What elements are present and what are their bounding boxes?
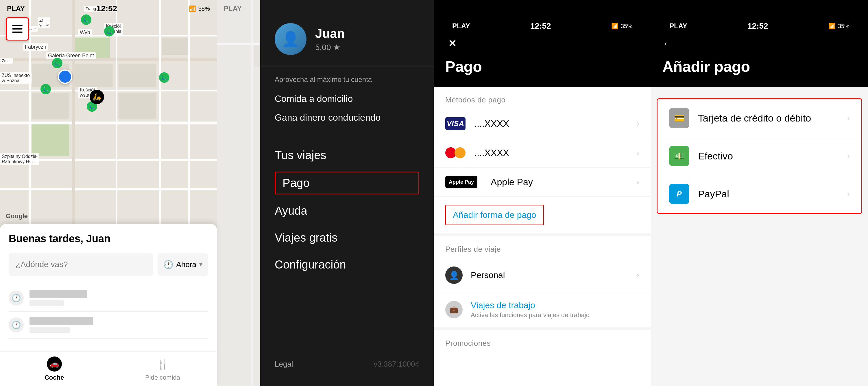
payment-header-top: ✕	[445, 35, 639, 52]
payment-method-applepay[interactable]: Apple Pay Apple Pay ›	[434, 168, 651, 197]
map-background: Wyb Fabryczn Galeria Green Point ZUS Ins…	[0, 0, 217, 226]
time-label: Ahora	[176, 260, 196, 269]
greeting-text: Buenas tardes, Juan	[9, 233, 208, 245]
location-pin	[58, 69, 72, 84]
menu-button[interactable]	[6, 17, 29, 40]
signal-payment-icon: 📶	[611, 23, 618, 30]
recent-item-1[interactable]: 🕐	[9, 285, 208, 311]
user-avatar: 👤	[275, 23, 307, 55]
close-button[interactable]: ✕	[445, 36, 460, 51]
tab-food-label: Pide comida	[145, 374, 180, 381]
work-label: Viajes de trabajo	[471, 300, 639, 310]
visa-masked-number: ....XXXX	[474, 118, 637, 129]
add-option-card[interactable]: 💳 Tarjeta de crédito o débito ›	[657, 99, 861, 137]
menu-promo-section: Aprovecha al máximo tu cuenta Comida a d…	[260, 67, 434, 136]
profile-work-text: Viajes de trabajo Activa las funciones p…	[471, 300, 639, 319]
menu-item-trips[interactable]: Tus viajes	[275, 142, 419, 169]
search-destination[interactable]: ¿Adónde vas?	[9, 253, 153, 276]
menu-item-help[interactable]: Ayuda	[275, 197, 419, 224]
time-payment: 12:52	[530, 22, 551, 31]
payment-title: Pago	[445, 58, 639, 75]
add-option-cash[interactable]: 💵 Efectivo ›	[657, 137, 861, 175]
history-icon-1: 🕐	[9, 291, 24, 305]
time-display: 12:52	[97, 4, 117, 13]
cash-icon: 💵	[669, 146, 689, 166]
profile-rating: 5.00 ★	[315, 42, 345, 52]
menu-item-settings[interactable]: Configuración	[275, 251, 419, 278]
card-label: Tarjeta de crédito o débito	[698, 113, 847, 124]
legal-link[interactable]: Legal	[275, 360, 293, 369]
work-sub: Activa las funciones para viajes de trab…	[471, 311, 639, 319]
mastercard-masked-number: ....XXXX	[474, 148, 637, 158]
divider-2	[434, 327, 651, 330]
google-label: Google	[6, 212, 28, 220]
scooter-marker: 🛴	[40, 84, 51, 94]
scooter-marker: 🛴	[159, 72, 169, 83]
work-avatar: 💼	[445, 301, 463, 318]
time-add: 12:52	[747, 22, 768, 31]
status-icons-payment: 📶 35%	[611, 23, 632, 30]
status-icons: 📶 35%	[189, 5, 210, 12]
section-promos-header: Promociones	[434, 330, 651, 352]
signal-add-icon: 📶	[828, 23, 836, 30]
paypal-label: PayPal	[698, 188, 847, 200]
promo-item-drive[interactable]: Gana dinero conduciendo	[275, 108, 419, 127]
chevron-right-personal: ›	[637, 271, 639, 280]
tab-coche-label: Coche	[44, 374, 64, 381]
status-bar-add: PLAY 12:52 📶 35%	[662, 17, 857, 35]
search-row: ¿Adónde vas? 🕐 Ahora ▾	[9, 253, 208, 276]
section-divider	[434, 233, 651, 236]
battery-label: 35%	[198, 5, 210, 12]
add-option-paypal[interactable]: P PayPal ›	[657, 175, 861, 213]
chevron-paypal-icon: ›	[847, 189, 850, 199]
add-payment-content: 💳 Tarjeta de crédito o débito › 💵 Efecti…	[651, 87, 868, 386]
profile-personal[interactable]: 👤 Personal ›	[434, 258, 651, 292]
menu-item-free-trips[interactable]: Viajes gratis	[275, 224, 419, 251]
payment-method-mastercard[interactable]: ....XXXX ›	[434, 138, 651, 168]
chevron-cash-icon: ›	[847, 151, 850, 160]
add-options-group: 💳 Tarjeta de crédito o débito › 💵 Efecti…	[657, 98, 862, 214]
scooter-marker: 🛴	[52, 58, 62, 68]
signal-icon: 📶	[189, 5, 196, 12]
payment-header: PLAY 12:52 📶 35% ✕ Pago	[434, 0, 651, 87]
recent-item-2[interactable]: 🕐	[9, 311, 208, 338]
visa-logo: VISA	[445, 117, 466, 130]
carrier-label: PLAY	[7, 5, 25, 13]
menu-items: Tus viajes Pago Ayuda Viajes gratis Conf…	[260, 136, 434, 284]
cash-label: Efectivo	[698, 150, 847, 162]
status-bar: PLAY 12:52 📶 35%	[0, 0, 217, 17]
promo-title: Aprovecha al máximo tu cuenta	[275, 76, 419, 84]
car-tab-icon: 🚗	[47, 356, 62, 372]
tab-coche[interactable]: 🚗 Coche	[0, 352, 108, 386]
profile-work[interactable]: 💼 Viajes de trabajo Activa las funciones…	[434, 292, 651, 327]
history-icon-2: 🕐	[9, 318, 24, 332]
screen-payment: PLAY 12:52 📶 35% ✕ Pago Métodos de pago …	[434, 0, 651, 386]
personal-label: Personal	[471, 270, 637, 280]
chevron-right-icon: ›	[637, 119, 639, 128]
screen-menu: 🛵 🕐ra▾ PLAY 12:52 35% 👤 Juan 5.00 ★ Apro…	[217, 0, 434, 386]
add-payment-title: Añadir pago	[662, 58, 857, 75]
menu-item-payment[interactable]: Pago	[275, 172, 419, 195]
bottom-tabs: 🚗 Coche 🍴 Pide comida	[0, 351, 217, 386]
bottom-sheet: Buenas tardes, Juan ¿Adónde vas? 🕐 Ahora…	[0, 224, 217, 386]
carrier-blurred: PLAY	[224, 5, 242, 13]
recent-text-1	[30, 290, 208, 306]
payment-label: Pago	[282, 177, 309, 189]
search-placeholder: ¿Adónde vas?	[16, 260, 68, 269]
hamburger-icon	[12, 25, 23, 33]
back-arrow-icon: ←	[662, 37, 674, 50]
close-icon: ✕	[448, 37, 457, 50]
personal-avatar: 👤	[445, 267, 463, 284]
tab-food[interactable]: 🍴 Pide comida	[108, 352, 217, 386]
time-picker[interactable]: 🕐 Ahora ▾	[158, 253, 208, 276]
mastercard-logo	[445, 146, 466, 159]
profile-personal-text: Personal	[471, 270, 637, 280]
menu-footer: Legal v3.387.10004	[260, 351, 434, 386]
car-marker: 🛵	[90, 90, 104, 104]
dropdown-icon: ▾	[199, 261, 203, 268]
add-payment-button[interactable]: Añadir forma de pago	[445, 205, 544, 225]
back-button[interactable]: ←	[662, 37, 674, 50]
battery-add: 35%	[838, 23, 849, 30]
payment-method-visa[interactable]: VISA ....XXXX ›	[434, 109, 651, 138]
promo-item-food[interactable]: Comida a domicilio	[275, 89, 419, 108]
